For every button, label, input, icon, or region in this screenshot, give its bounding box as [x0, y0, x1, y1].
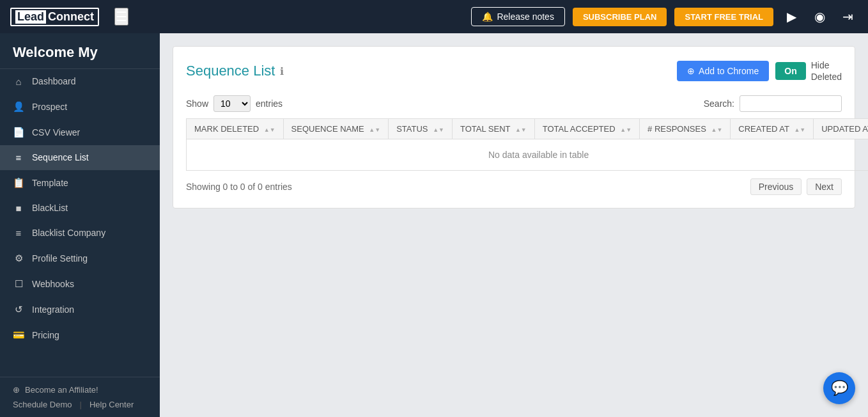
sidebar-label-csv-viewer: CSV Viewer [32, 127, 80, 138]
showing-entries-text: Showing 0 to 0 of 0 entries [186, 182, 292, 192]
signout-icon[interactable]: ⇥ [837, 9, 858, 24]
chrome-small-icon: ⊕ [687, 66, 695, 76]
entries-select[interactable]: 10 25 50 100 [213, 95, 251, 112]
sidebar-item-integration[interactable]: ↺ Integration [0, 297, 160, 322]
col-sequence-name-label: SEQUENCE NAME [291, 124, 364, 134]
sidebar-item-pricing[interactable]: 💳 Pricing [0, 322, 160, 348]
add-to-chrome-button[interactable]: ⊕ Add to Chrome [677, 61, 769, 81]
col-sequence-name[interactable]: SEQUENCE NAME ▲▼ [283, 119, 389, 139]
sidebar-footer: ⊕ Become an Affiliate! Schedule Demo | H… [0, 377, 160, 417]
col-responses-label: # RESPONSES [647, 124, 706, 134]
col-status[interactable]: STATUS ▲▼ [389, 119, 453, 139]
col-responses[interactable]: # RESPONSES ▲▼ [640, 119, 731, 139]
start-free-trial-button[interactable]: START FREE TRIAL [674, 8, 773, 26]
sidebar-label-pricing: Pricing [32, 330, 59, 340]
sidebar-label-sequence-list: Sequence List [32, 152, 89, 162]
sidebar-item-csv-viewer[interactable]: 📄 CSV Viewer [0, 120, 160, 145]
sort-icon-mark-deleted: ▲▼ [264, 127, 275, 133]
footer-divider: | [80, 400, 82, 409]
next-button[interactable]: Next [807, 178, 842, 195]
pricing-icon: 💳 [13, 329, 24, 341]
no-data-row: No data available in table [187, 139, 869, 171]
hamburger-button[interactable]: ☰ [114, 8, 128, 26]
sidebar-label-dashboard: Dashboard [32, 76, 76, 86]
sort-icon-total-sent: ▲▼ [515, 127, 527, 133]
col-created-at[interactable]: CREATED AT ▲▼ [731, 119, 814, 139]
sidebar-item-dashboard[interactable]: ⌂ Dashboard [0, 69, 160, 94]
sidebar-item-template[interactable]: 📋 Template [0, 170, 160, 196]
card-actions: ⊕ Add to Chrome On Hide Deleted [677, 59, 842, 83]
sort-icon-created-at: ▲▼ [794, 127, 805, 133]
col-status-label: STATUS [396, 124, 428, 134]
sort-icon-sequence-name: ▲▼ [369, 127, 380, 133]
logo-connect: Connect [48, 10, 94, 24]
body-wrap: Welcome My ⌂ Dashboard 👤 Prospect 📄 CSV … [0, 33, 868, 417]
list-icon: ≡ [13, 152, 24, 163]
add-chrome-label: Add to Chrome [699, 66, 759, 76]
chrome-icon[interactable]: ◉ [809, 9, 830, 24]
schedule-demo-link[interactable]: Schedule Demo [13, 400, 72, 409]
template-icon: 📋 [13, 177, 24, 189]
col-updated-at[interactable]: UPDATED AT ▼ [814, 119, 868, 139]
home-icon: ⌂ [13, 76, 24, 87]
col-created-at-label: CREATED AT [738, 124, 789, 134]
subscribe-plan-button[interactable]: SUBSCRIBE PLAN [573, 8, 667, 26]
sort-icon-total-accepted: ▲▼ [620, 127, 632, 133]
table-body: No data available in table [187, 139, 869, 171]
help-center-link[interactable]: Help Center [89, 400, 134, 409]
show-entries: Show 10 25 50 100 entries [186, 95, 283, 112]
affiliate-icon: ⊕ [13, 385, 20, 395]
search-label: Search: [704, 98, 734, 109]
col-total-accepted[interactable]: TOTAL ACCEPTED ▲▼ [534, 119, 639, 139]
video-icon[interactable]: ▶ [781, 9, 802, 24]
gear-icon: ⚙ [13, 253, 24, 264]
sidebar-item-prospect[interactable]: 👤 Prospect [0, 94, 160, 120]
sidebar-item-blacklist-company[interactable]: ≡ Blacklist Company [0, 221, 160, 246]
sidebar-item-webhooks[interactable]: ☐ Webhooks [0, 271, 160, 297]
release-notes-button[interactable]: 🔔 Release notes [471, 7, 565, 26]
blacklist-icon: ■ [13, 203, 24, 214]
sidebar: Welcome My ⌂ Dashboard 👤 Prospect 📄 CSV … [0, 33, 160, 417]
integration-icon: ↺ [13, 304, 24, 315]
company-icon: ≡ [13, 228, 24, 239]
hide-deleted-toggle: On Hide Deleted [775, 59, 842, 83]
previous-button[interactable]: Previous [750, 178, 802, 195]
sidebar-label-integration: Integration [32, 304, 74, 315]
affiliate-label: Become an Affiliate! [25, 385, 98, 395]
search-input[interactable] [740, 95, 842, 112]
sidebar-label-profile-setting: Profile Setting [32, 253, 88, 264]
header: Lead Connect ☰ 🔔 Release notes SUBSCRIBE… [0, 0, 868, 33]
file-icon: 📄 [13, 127, 24, 138]
table-header-row: MARK DELETED ▲▼ SEQUENCE NAME ▲▼ STATUS … [187, 119, 869, 139]
sidebar-label-template: Template [32, 178, 68, 188]
welcome-section: Welcome My [0, 33, 160, 69]
welcome-text: Welcome My [13, 43, 147, 62]
content-card: Sequence List ℹ ⊕ Add to Chrome On Hide … [173, 46, 855, 208]
logo-lead: Lead [15, 10, 46, 24]
pagination-buttons: Previous Next [750, 178, 842, 195]
card-header: Sequence List ℹ ⊕ Add to Chrome On Hide … [186, 59, 842, 83]
affiliate-link[interactable]: ⊕ Become an Affiliate! [13, 385, 147, 395]
sidebar-label-prospect: Prospect [32, 102, 67, 112]
webhook-icon: ☐ [13, 278, 24, 290]
data-table: MARK DELETED ▲▼ SEQUENCE NAME ▲▼ STATUS … [186, 118, 868, 171]
table-controls: Show 10 25 50 100 entries Search: [186, 95, 842, 112]
col-total-sent[interactable]: TOTAL SENT ▲▼ [453, 119, 535, 139]
bell-icon: 🔔 [482, 12, 493, 22]
sidebar-item-sequence-list[interactable]: ≡ Sequence List [0, 145, 160, 170]
sidebar-label-blacklist: BlackList [32, 203, 68, 213]
chat-bubble[interactable]: 💬 [823, 372, 855, 404]
toggle-on-button[interactable]: On [775, 62, 805, 80]
sort-icon-responses: ▲▼ [711, 127, 722, 133]
user-icon: 👤 [13, 101, 24, 113]
show-label: Show [186, 98, 208, 109]
sidebar-item-profile-setting[interactable]: ⚙ Profile Setting [0, 246, 160, 271]
main-content: Sequence List ℹ ⊕ Add to Chrome On Hide … [160, 33, 868, 417]
page-title: Sequence List [186, 63, 275, 79]
sidebar-label-webhooks: Webhooks [32, 279, 74, 289]
card-title: Sequence List ℹ [186, 63, 284, 79]
col-mark-deleted[interactable]: MARK DELETED ▲▼ [187, 119, 284, 139]
sidebar-item-blacklist[interactable]: ■ BlackList [0, 196, 160, 221]
release-notes-label: Release notes [497, 12, 554, 22]
info-icon[interactable]: ℹ [280, 65, 284, 77]
